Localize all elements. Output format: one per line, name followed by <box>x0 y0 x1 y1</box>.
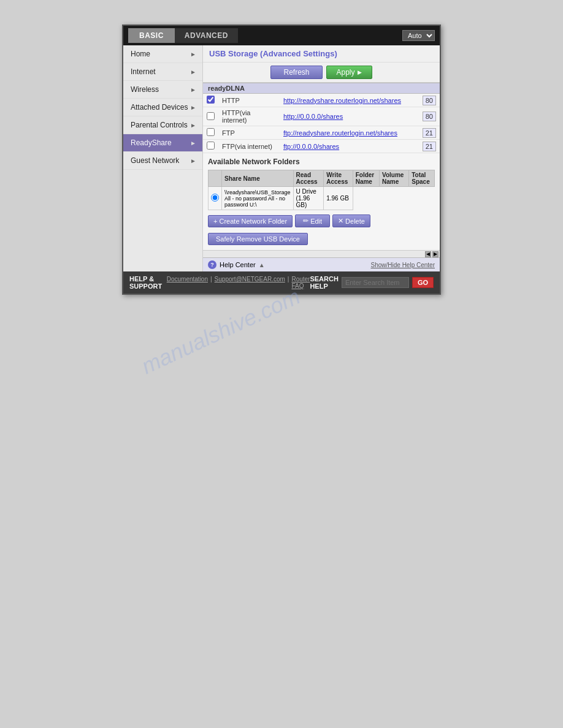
search-help-label: SEARCH HELP <box>310 275 338 290</box>
watermark: manualshive.com <box>137 284 304 379</box>
sidebar-internet-arrow: ► <box>190 69 196 75</box>
top-nav: BASIC ADVANCED Auto <box>123 26 440 45</box>
sidebar-item-internet-label: Internet <box>131 67 156 76</box>
action-bar: Refresh Apply <box>203 63 440 83</box>
sidebar-item-attached-label: Attached Devices <box>131 103 188 112</box>
folders-header-volume-name: Volume Name <box>380 170 409 187</box>
sidebar: Home ► Internet ► Wireless ► Attached De… <box>123 45 203 271</box>
protocol-name: HTTP <box>218 94 280 107</box>
sidebar-parental-arrow: ► <box>190 122 196 129</box>
help-center-label: Help Center <box>220 261 256 268</box>
protocol-row: FTPftp://readyshare.routerlogin.net/shar… <box>203 126 440 140</box>
sidebar-item-wireless-label: Wireless <box>131 85 159 94</box>
search-go-button[interactable]: GO <box>412 277 434 288</box>
folder-row: \\readyshare\USB_Storage All - no passwo… <box>209 187 435 210</box>
sidebar-item-parental-label: Parental Controls <box>131 121 188 129</box>
help-icon: ? <box>208 260 216 269</box>
sidebar-item-internet[interactable]: Internet ► <box>123 63 202 81</box>
footer-links: Documentation | Support@NETGEAR.com | Ro… <box>167 276 310 289</box>
sidebar-readyshare-arrow: ► <box>190 140 196 146</box>
content-panel: USB Storage (Advanced Settings) Refresh … <box>203 45 440 271</box>
footer-link-faq[interactable]: Router FAQ <box>291 276 310 289</box>
tab-basic[interactable]: BASIC <box>128 28 175 43</box>
help-chevron-icon: ▲ <box>259 262 265 268</box>
auto-select-wrapper: Auto <box>402 30 435 41</box>
protocol-name: FTP <box>218 126 280 140</box>
footer-help-label: HELP & SUPPORT <box>129 275 163 290</box>
content-title: USB Storage (Advanced Settings) <box>203 45 440 63</box>
edit-button[interactable]: ✏ Edit <box>295 214 330 227</box>
edit-label: Edit <box>310 218 322 225</box>
help-center-left: ? Help Center ▲ <box>208 260 265 269</box>
search-input[interactable] <box>342 277 409 288</box>
folders-table: Share NameRead AccessWrite AccessFolder … <box>208 170 435 210</box>
folders-title: Available Network Folders <box>208 156 435 168</box>
footer-separator-1: | <box>210 276 212 289</box>
sidebar-wireless-arrow: ► <box>190 86 196 93</box>
sidebar-item-wireless[interactable]: Wireless ► <box>123 81 202 99</box>
protocol-port: 80 <box>423 96 436 105</box>
folders-header-folder-name: Folder Name <box>353 170 379 187</box>
sidebar-item-readyshare-label: ReadyShare <box>131 138 172 147</box>
protocol-name: HTTP(via internet) <box>218 107 280 126</box>
footer-separator-2: | <box>288 276 289 289</box>
sidebar-item-home[interactable]: Home ► <box>123 45 202 63</box>
folders-section: Available Network Folders Share NameRead… <box>203 153 440 211</box>
footer-right: SEARCH HELP GO <box>310 275 434 290</box>
protocol-url[interactable]: ftp://0.0.0.0/shares <box>280 140 419 153</box>
action-buttons: + Create Network Folder ✏ Edit ✕ Delete <box>203 211 440 230</box>
sidebar-item-home-label: Home <box>131 50 150 58</box>
sidebar-item-attached-devices[interactable]: Attached Devices ► <box>123 99 202 116</box>
scroll-left-btn[interactable]: ◀ <box>425 251 431 257</box>
protocol-port: 21 <box>423 128 436 138</box>
footer-link-documentation[interactable]: Documentation <box>167 276 208 289</box>
create-network-folder-button[interactable]: + Create Network Folder <box>208 215 293 227</box>
protocol-port: 21 <box>423 142 436 151</box>
sidebar-item-guest-network[interactable]: Guest Network ► <box>123 152 202 170</box>
sidebar-item-guest-label: Guest Network <box>131 156 179 165</box>
protocol-checkbox-2[interactable] <box>207 128 215 136</box>
protocol-row: HTTP(via internet)http://0.0.0.0/shares8… <box>203 107 440 126</box>
sidebar-guest-arrow: ► <box>190 157 196 164</box>
footer-left: HELP & SUPPORT Documentation | Support@N… <box>129 275 310 290</box>
protocol-url[interactable]: ftp://readyshare.routerlogin.net/shares <box>280 126 419 140</box>
folder-total-space: 1.96 GB <box>324 187 353 210</box>
sidebar-item-parental[interactable]: Parental Controls ► <box>123 116 202 134</box>
footer-link-support[interactable]: Support@NETGEAR.com <box>215 276 285 289</box>
router-ui: BASIC ADVANCED Auto Home ► Internet ► <box>122 25 441 295</box>
sidebar-home-arrow: ► <box>190 51 196 58</box>
auto-select-dropdown[interactable]: Auto <box>402 30 435 41</box>
section-header: readyDLNA <box>203 83 440 94</box>
tab-advanced[interactable]: ADVANCED <box>175 28 238 43</box>
protocol-checkbox-1[interactable] <box>207 112 215 120</box>
delete-button[interactable]: ✕ Delete <box>332 214 370 227</box>
sidebar-item-readyshare[interactable]: ReadyShare ► <box>123 134 202 152</box>
usb-remove-button[interactable]: Safely Remove USB Device <box>208 233 308 245</box>
folders-header-read-access: Read Access <box>293 170 324 187</box>
protocol-port: 80 <box>423 112 436 121</box>
protocol-checkbox-3[interactable] <box>207 142 215 150</box>
edit-icon: ✏ <box>303 217 308 225</box>
scroll-right-btn[interactable]: ▶ <box>432 251 439 257</box>
folder-radio-0[interactable] <box>211 194 219 202</box>
sidebar-attached-arrow: ► <box>190 104 196 111</box>
protocol-checkbox-0[interactable] <box>207 96 215 104</box>
protocol-name: FTP(via internet) <box>218 140 280 153</box>
folders-header-share-name: Share Name <box>222 170 294 187</box>
footer: HELP & SUPPORT Documentation | Support@N… <box>123 271 440 294</box>
help-toggle-link[interactable]: Show/Hide Help Center <box>371 262 435 268</box>
folders-select-col <box>209 170 222 187</box>
protocol-row: HTTPhttp://readyshare.routerlogin.net/sh… <box>203 94 440 107</box>
refresh-button[interactable]: Refresh <box>270 66 322 79</box>
folders-header-total-space: Total Space <box>409 170 435 187</box>
protocol-url[interactable]: http://0.0.0.0/shares <box>280 107 419 126</box>
protocol-url[interactable]: http://readyshare.routerlogin.net/shares <box>280 94 419 107</box>
apply-button[interactable]: Apply <box>326 66 372 79</box>
protocol-row: FTP(via internet)ftp://0.0.0.0/shares21 <box>203 140 440 153</box>
main-layout: Home ► Internet ► Wireless ► Attached De… <box>123 45 440 271</box>
folder-share-name: \\readyshare\USB_Storage All - no passwo… <box>222 187 294 210</box>
scroll-area[interactable]: ◀ ▶ <box>203 250 440 257</box>
folders-header-write-access: Write Access <box>324 170 353 187</box>
usb-remove-row: Safely Remove USB Device <box>203 230 440 250</box>
protocol-table: HTTPhttp://readyshare.routerlogin.net/sh… <box>203 94 440 153</box>
